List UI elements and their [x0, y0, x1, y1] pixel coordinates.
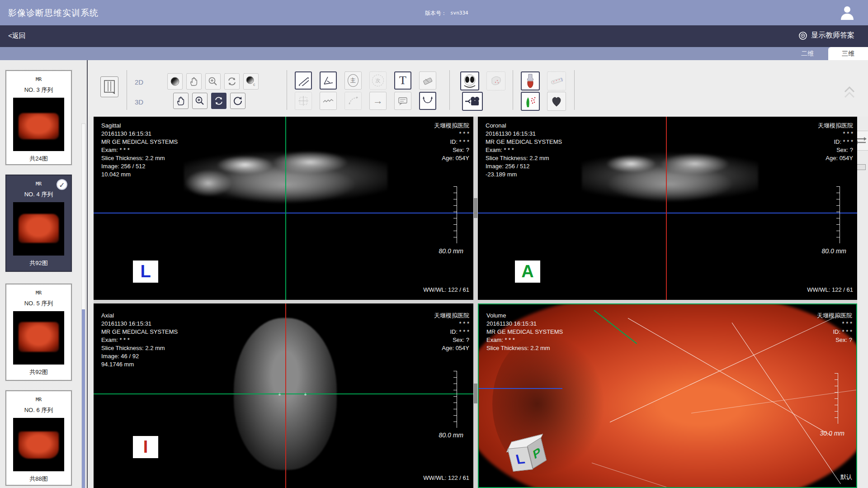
viewport-coronal[interactable]: Coronal 20161130 16:15:31 MR GE MEDICAL … [478, 117, 857, 300]
skull-icon [489, 74, 503, 88]
crosshair-sync-button[interactable] [295, 92, 312, 110]
angle-icon [322, 75, 334, 86]
reset-3d-button[interactable] [230, 93, 245, 109]
back-button[interactable]: <返回 [8, 32, 26, 40]
preset-colored-volume-button[interactable] [521, 92, 540, 111]
text-annotation-button[interactable]: T [394, 71, 411, 90]
main-toolbar: 2D [88, 60, 868, 117]
measure-line-button[interactable] [295, 71, 312, 90]
series-title: NO. 6 序列 [6, 406, 71, 414]
eraser-icon [422, 76, 433, 85]
secondary-roi-button[interactable]: 次 [369, 71, 387, 90]
toolbar-separator [513, 70, 513, 110]
measure-angle-button[interactable] [320, 71, 337, 90]
show-teacher-answer-label: 显示教师答案 [811, 31, 854, 40]
toolbar-separator [574, 70, 575, 110]
coronal-info-left: Coronal 20161130 16:15:31 MR GE MEDICAL … [486, 122, 562, 179]
sagittal-info-right: 天堰模拟医院 * * * ID: * * * Sex: ? Age: 054Y [434, 122, 469, 162]
coronal-crosshair-horizontal-blue[interactable] [478, 213, 857, 213]
layout-button[interactable] [100, 76, 118, 97]
layout-icon [104, 80, 115, 94]
mode-2d-label: 2D [135, 78, 143, 86]
contrast-c-icon: c [245, 76, 256, 87]
sidebar-scrollbar[interactable] [81, 123, 85, 488]
preset-skull-button[interactable] [486, 71, 505, 90]
viewport-grid: Sagittal 20161130 16:15:31 MR GE MEDICAL… [94, 117, 857, 488]
viewport-sagittal[interactable]: Sagittal 20161130 16:15:31 MR GE MEDICAL… [94, 117, 473, 300]
zoom-3d-button[interactable] [192, 93, 208, 109]
tab-3d-active[interactable]: 三维 [828, 47, 868, 60]
show-teacher-answer-button[interactable]: 显示教师答案 [798, 31, 854, 40]
toolbar-separator [287, 70, 287, 110]
splitter-thumb[interactable] [474, 198, 477, 218]
callout-icon [397, 96, 408, 106]
series-thumbnail [13, 98, 64, 151]
sagittal-crosshair-vertical-green[interactable] [285, 117, 286, 300]
viewport-volume-3d[interactable]: Volume 20161130 16:15:31 MR GE MEDICAL S… [478, 303, 857, 488]
arrow-annotation-button[interactable]: → [369, 92, 387, 110]
splitter-thumb[interactable] [474, 384, 477, 403]
series-image-count: 共24图 [6, 155, 71, 163]
preset-lung-button[interactable] [460, 71, 479, 90]
freehand-curve-button[interactable] [320, 92, 337, 110]
toolbar-separator [449, 70, 450, 110]
green-red-volume-icon [524, 95, 537, 108]
pan-2d-button[interactable] [186, 73, 202, 90]
pan-3d-button[interactable] [173, 93, 189, 109]
primary-roi-button[interactable]: 主 [344, 71, 362, 90]
crosshair-box-icon [298, 95, 309, 106]
coronal-crosshair-vertical-red[interactable] [666, 117, 667, 300]
axial-crosshair-vertical-red[interactable] [285, 303, 286, 488]
export-video-button[interactable] [462, 92, 483, 111]
toolbar-separator [127, 70, 127, 110]
application-window: 影像诊断思维实训系统 版本号： svn334 <返回 显示教师答案 二维 三维 … [0, 0, 868, 488]
viewport-axial[interactable]: Axial 20161130 16:15:31 MR GE MEDICAL SY… [94, 303, 473, 488]
series-thumbnail [13, 311, 64, 365]
callout-annotation-button[interactable] [394, 92, 411, 110]
collapse-toolbar-chevron[interactable] [844, 85, 855, 99]
window-level-button[interactable] [167, 73, 183, 90]
axial-crosshair-horizontal-green[interactable] [94, 393, 473, 394]
coronal-mr-image [582, 145, 758, 208]
series-modality: MR [6, 290, 71, 296]
preset-heart-button[interactable] [547, 92, 566, 111]
sagittal-crosshair-horizontal-blue[interactable] [94, 213, 473, 213]
movie-camera-icon [465, 95, 480, 107]
eye-target-icon [798, 31, 807, 40]
rotate-3d-button-selected[interactable] [211, 93, 226, 109]
app-title: 影像诊断思维实训系统 [8, 7, 99, 19]
axial-scale-ruler [453, 371, 457, 428]
mode-3d-label: 3D [135, 98, 143, 106]
user-avatar-icon[interactable] [839, 5, 855, 21]
viewport-horizontal-splitter[interactable] [94, 300, 857, 303]
series-title: NO. 4 序列 [6, 190, 71, 199]
rotate-arrows-icon [227, 76, 237, 86]
series-card-6[interactable]: MR NO. 6 序列 共88图 [5, 390, 72, 486]
heart-icon [550, 95, 563, 108]
tab-2d[interactable]: 二维 [788, 47, 826, 60]
rotate-2d-button[interactable] [224, 73, 240, 90]
preset-leg-button[interactable] [547, 71, 566, 90]
volume-blue-axis-line [479, 388, 562, 389]
sidebar-scrollbar-thumb[interactable] [82, 309, 85, 488]
primary-roi-label: 主 [350, 77, 356, 85]
preset-knee-button[interactable] [521, 71, 540, 90]
series-card-5[interactable]: MR NO. 5 序列 共92图 [5, 284, 72, 381]
series-image-count: 共92图 [6, 259, 71, 267]
series-sidebar: MR NO. 3 序列 共24图 ✓ MR NO. 4 序列 共92图 MR N… [0, 60, 87, 488]
spline-curve-button[interactable] [419, 92, 436, 110]
zoom-2d-button[interactable] [205, 73, 221, 90]
arc-measure-button[interactable] [344, 92, 362, 110]
series-card-4-selected[interactable]: ✓ MR NO. 4 序列 共92图 [5, 175, 72, 272]
leg-bone-icon [549, 74, 564, 88]
arc-icon [348, 95, 359, 106]
lung-ct-icon [462, 74, 477, 88]
arrow-icon: → [373, 96, 383, 106]
eraser-button[interactable] [419, 71, 436, 90]
series-image-count: 共88图 [6, 475, 71, 483]
window-level-preset-button[interactable]: c [243, 73, 259, 90]
series-card-3[interactable]: MR NO. 3 序列 共24图 [5, 70, 72, 165]
hand-icon [176, 96, 185, 106]
version-label: 版本号： [425, 9, 447, 17]
contrast-icon [170, 76, 180, 86]
